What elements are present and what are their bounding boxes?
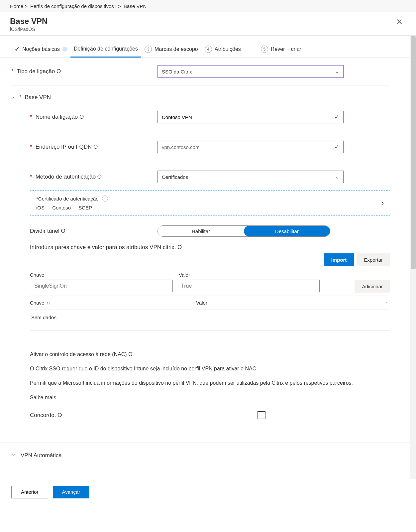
chevron-down-icon: ⌄ [335,174,339,180]
breadcrumb-item: Base VPN [124,3,147,9]
tab-label: Marcas de escopo [155,46,198,52]
close-icon[interactable]: ✕ [393,17,406,27]
kv-empty-text: Sem dados [30,310,390,331]
breadcrumb-item[interactable]: Perfis de configuração de dispositivos I… [30,3,121,9]
split-tunnel-disable[interactable]: Desabilitar [244,226,330,236]
tab-label: Atribuições [215,46,241,52]
kv-table-header: Chave↑↓ Valor ↑↓ [30,296,390,310]
auth-certificate-picker[interactable]: *Certificado de autenticação i iOS - Con… [30,191,390,215]
address-label: *Endereço IP ou FQDN O [30,144,157,150]
auth-cert-label: *Certificado de autenticação [36,196,99,201]
agree-label: Concordo. O [30,412,258,419]
nac-description-2: Permiti que a Microsoft inclua informaçõ… [30,379,390,387]
auth-method-select[interactable]: Certificados ⌄ [157,171,344,183]
connection-name-field[interactable] [162,114,329,120]
previous-button[interactable]: Anterior [11,486,48,498]
divider [11,85,390,85]
page-subtitle: iOS/iPadOS [10,27,48,32]
section-title: VPN Automática [21,452,62,459]
chevron-right-icon: › [381,199,384,207]
import-button[interactable]: Import [324,253,354,266]
valid-check-icon: ✓ [334,113,339,121]
step-number-badge: 3 [145,46,152,53]
sort-icon: ↑↓ [46,300,51,305]
connection-name-input[interactable]: ✓ [157,111,344,123]
split-tunnel-label: Dividir túnel O [30,228,157,234]
tab-label: Noções básicas [22,46,60,52]
kv-th-key[interactable]: Chave↑↓ [30,300,196,306]
page-title: Base VPN [10,17,48,26]
section-title: Base VPN [25,94,51,101]
step-indicator-icon [62,47,67,52]
sort-icon: ↑↓ [386,300,390,305]
split-tunnel-enable[interactable]: Habilitar [158,226,244,236]
kv-key-input[interactable] [30,280,173,292]
connection-type-select[interactable]: SSO da Citrix ⌄ [157,65,344,78]
next-button[interactable]: Avançar [53,486,90,498]
export-button[interactable]: Exportar [357,253,390,266]
auth-method-label: *Método de autenticação O [30,174,157,180]
select-value: SSO da Citrix [162,69,192,74]
select-value: Certificados [162,174,188,180]
agree-checkbox[interactable] [258,411,265,419]
kv-key-label: Chave [30,272,176,280]
breadcrumb: Home > Perfis de configuração de disposi… [0,0,416,12]
step-number-badge: 5 [261,46,268,53]
panel-header: Base VPN iOS/iPadOS ✕ [0,12,416,36]
kv-value-input[interactable] [177,280,320,292]
checkmark-icon: ✓ [15,46,20,53]
kv-value-label: Valor [179,272,325,280]
tab-review-create[interactable]: 5 Rever + criar [258,46,305,58]
tab-scope-tags[interactable]: 3 Marcas de escopo [141,46,201,58]
nac-title: Ativar o controlo de acesso à rede (NAC)… [30,350,390,358]
chevron-down-icon: ⌄ [335,69,339,74]
address-field[interactable] [162,144,329,150]
chevron-up-icon: ︿ [11,94,16,100]
valid-check-icon: ✓ [334,143,339,151]
tab-label: Rever + criar [271,46,301,52]
auth-cert-value: iOS - Contoso - SCEP [36,205,108,210]
tab-assignments[interactable]: 4 Atribuições [201,46,244,58]
kv-intro-text: Introduza pares chave e valor para os at… [30,244,390,251]
wizard-tabs: ✓ Noções básicas Definição de configuraç… [0,36,410,58]
tab-config-settings[interactable]: Definição de configurações [70,46,141,58]
address-input[interactable]: ✓ [157,141,344,153]
section-base-vpn-header[interactable]: ︿ * Base VPN [11,94,390,101]
connection-type-label: *Tipo de ligação O [11,68,157,75]
info-icon[interactable]: i [102,196,108,201]
add-kv-button[interactable]: Adicionar [355,280,390,293]
split-tunnel-toggle[interactable]: Habilitar Desabilitar [157,225,330,237]
nac-description-1: O Citrix SSO requer que o ID do disposit… [30,365,390,372]
step-number-badge: 4 [205,46,212,53]
chevron-down-icon: ﹀ [11,453,16,459]
tab-label: Definição de configurações [74,46,138,52]
tab-basics[interactable]: ✓ Noções básicas [11,46,70,58]
scrollbar-thumb[interactable] [411,36,416,269]
section-auto-vpn-header[interactable]: ﹀ VPN Automática [0,443,410,479]
wizard-footer: Anterior Avançar [0,479,416,506]
connection-name-label: *Nome da ligação O [30,114,157,120]
breadcrumb-item[interactable]: Home > [10,3,28,9]
kv-th-value[interactable]: Valor [196,300,370,306]
learn-more-link[interactable]: Saiba mais [30,394,390,401]
scrollbar[interactable] [410,36,416,479]
